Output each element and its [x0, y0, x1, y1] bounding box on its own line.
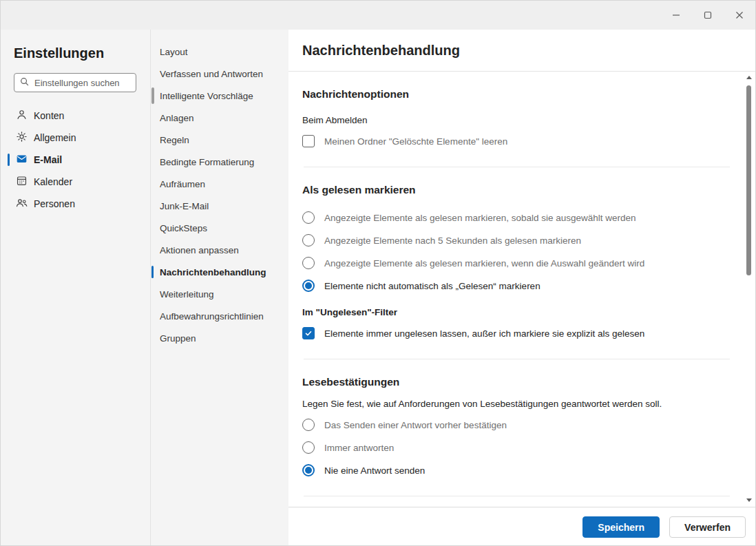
section-divider — [304, 496, 730, 496]
maximize-icon — [704, 11, 712, 19]
subnav-item-aufbewahrungsrichtlinien[interactable]: Aufbewahrungsrichtlinien — [151, 305, 288, 327]
people-icon — [16, 197, 28, 211]
radio-confirm-before-send[interactable] — [302, 419, 315, 431]
subnav-item-label: Weiterleitung — [160, 289, 214, 300]
row-keep-unread[interactable]: Elemente immer ungelesen lassen, außer i… — [302, 326, 731, 340]
scroll-track[interactable] — [746, 82, 751, 495]
settings-window: Einstellungen Konten Allgemein E-Mail — [0, 0, 756, 546]
radio-label: Angezeigte Elemente als gelesen markiere… — [324, 213, 636, 223]
subnav-item-nachrichtenbehandlung[interactable]: Nachrichtenbehandlung — [151, 261, 288, 283]
minimize-button[interactable] — [660, 1, 692, 30]
radio-mark-read-after-5s[interactable] — [302, 234, 315, 246]
subnav-item-label: QuickSteps — [160, 223, 207, 233]
radio-mark-read-on-selection-change[interactable] — [302, 257, 315, 269]
search-input[interactable] — [33, 77, 130, 89]
section-heading: Lesebestätigungen — [302, 376, 731, 388]
row-never-send-response[interactable]: Nie eine Antwort senden — [302, 463, 731, 477]
checkbox-label: Meinen Ordner "Gelöschte Elemente" leere… — [324, 136, 507, 147]
radio-label: Das Senden einer Antwort vorher bestätig… — [324, 420, 507, 430]
scroll-thumb[interactable] — [746, 85, 751, 275]
section-description: Legen Sie fest, wie auf Anforderungen vo… — [302, 399, 731, 409]
subnav-item-layout[interactable]: Layout — [151, 41, 288, 63]
sidebar-item-label: Personen — [34, 198, 75, 209]
main-panel: Nachrichtenbehandlung Nachrichtenoptione… — [288, 30, 755, 546]
subnav-item-label: Regeln — [160, 135, 189, 145]
app-body: Einstellungen Konten Allgemein E-Mail — [1, 30, 755, 546]
subnav-item-junk-email[interactable]: Junk-E-Mail — [151, 195, 288, 217]
radio-label: Elemente nicht automatisch als „Gelesen“… — [324, 281, 540, 291]
subnav-item-verfassen[interactable]: Verfassen und Antworten — [151, 63, 288, 85]
subnav-item-label: Aufräumen — [160, 179, 205, 189]
settings-title: Einstellungen — [14, 45, 150, 61]
radio-never-auto-mark-read[interactable] — [302, 280, 315, 292]
subnav-item-label: Aufbewahrungsrichtlinien — [160, 311, 264, 322]
row-empty-deleted-folder[interactable]: Meinen Ordner "Gelöschte Elemente" leere… — [302, 134, 731, 148]
subnav-item-gruppen[interactable]: Gruppen — [151, 327, 288, 349]
sidebar-item-konten[interactable]: Konten — [1, 105, 150, 127]
sidebar-item-allgemein[interactable]: Allgemein — [1, 127, 150, 149]
save-button[interactable]: Speichern — [582, 516, 660, 538]
subnav-item-aktionen-anpassen[interactable]: Aktionen anpassen — [151, 239, 288, 261]
section-als-gelesen-markieren: Als gelesen markieren Angezeigte Element… — [302, 184, 731, 340]
subnav-item-anlagen[interactable]: Anlagen — [151, 107, 288, 129]
subnav-item-intelligente-vorschlaege[interactable]: Intelligente Vorschläge — [151, 85, 288, 107]
titlebar — [1, 1, 755, 30]
triangle-down-icon — [746, 498, 752, 502]
subnav-item-weiterleitung[interactable]: Weiterleitung — [151, 283, 288, 305]
footer-action-bar: Speichern Verwerfen — [288, 507, 755, 546]
subnav-item-label: Aktionen anpassen — [160, 245, 239, 255]
row-always-respond[interactable]: Immer antworten — [302, 441, 731, 454]
row-mark-read-after-5s[interactable]: Angezeigte Elemente nach 5 Sekunden als … — [302, 233, 731, 247]
subnav-item-bedingte-formatierung[interactable]: Bedingte Formatierung — [151, 151, 288, 173]
radio-label: Immer antworten — [324, 443, 394, 453]
section-divider — [304, 359, 730, 359]
radio-label: Angezeigte Elemente nach 5 Sekunden als … — [324, 235, 581, 246]
subnav-item-label: Verfassen und Antworten — [160, 69, 263, 79]
settings-sidebar: Einstellungen Konten Allgemein E-Mail — [1, 30, 151, 546]
subnav-item-label: Layout — [160, 47, 188, 57]
checkbox-keep-unread[interactable] — [302, 327, 315, 339]
sidebar-item-label: Allgemein — [34, 132, 76, 143]
row-mark-read-on-selection-change[interactable]: Angezeigte Elemente als gelesen markiere… — [302, 256, 731, 270]
email-subnav: Layout Verfassen und Antworten Intellige… — [151, 30, 288, 546]
radio-label: Angezeigte Elemente als gelesen markiere… — [324, 258, 644, 269]
sidebar-item-personen[interactable]: Personen — [1, 193, 150, 215]
close-icon — [735, 11, 744, 19]
subnav-item-label: Gruppen — [160, 333, 196, 344]
close-button[interactable] — [724, 1, 755, 30]
checkbox-empty-deleted-folder[interactable] — [302, 135, 315, 147]
section-lesebestaetigungen: Lesebestätigungen Legen Sie fest, wie au… — [302, 376, 731, 477]
row-mark-read-on-select[interactable]: Angezeigte Elemente als gelesen markiere… — [302, 211, 731, 224]
subnav-item-aufraeumen[interactable]: Aufräumen — [151, 173, 288, 195]
row-never-auto-mark-read[interactable]: Elemente nicht automatisch als „Gelesen“… — [302, 279, 731, 293]
calendar-icon — [16, 175, 28, 189]
search-icon — [20, 76, 29, 89]
group-label-beim-abmelden: Beim Abmelden — [302, 115, 731, 125]
subnav-item-quicksteps[interactable]: QuickSteps — [151, 217, 288, 239]
sidebar-nav: Konten Allgemein E-Mail Kalender Persone… — [1, 105, 150, 215]
triangle-up-icon — [746, 76, 752, 79]
sidebar-item-label: E-Mail — [34, 154, 62, 165]
maximize-button[interactable] — [692, 1, 724, 30]
radio-always-respond[interactable] — [302, 441, 315, 454]
page-title: Nachrichtenbehandlung — [302, 43, 460, 59]
search-box[interactable] — [14, 73, 136, 92]
sidebar-item-email[interactable]: E-Mail — [1, 149, 150, 171]
main-content: Nachrichtenoptionen Beim Abmelden Meinen… — [288, 72, 755, 507]
mail-icon — [16, 153, 28, 167]
row-confirm-before-send[interactable]: Das Senden einer Antwort vorher bestätig… — [302, 418, 731, 432]
subnav-item-label: Junk-E-Mail — [160, 201, 209, 211]
scroll-up-button[interactable] — [744, 72, 754, 82]
sidebar-item-label: Konten — [34, 110, 64, 121]
subnav-item-regeln[interactable]: Regeln — [151, 129, 288, 151]
scroll-down-button[interactable] — [744, 495, 754, 505]
subnav-item-label: Intelligente Vorschläge — [160, 91, 253, 101]
radio-mark-read-on-select[interactable] — [302, 211, 315, 224]
minimize-icon — [672, 11, 680, 19]
subnav-item-label: Bedingte Formatierung — [160, 157, 254, 167]
subnav-item-label: Anlagen — [160, 113, 194, 123]
subnav-item-label: Nachrichtenbehandlung — [160, 267, 266, 277]
sidebar-item-kalender[interactable]: Kalender — [1, 171, 150, 193]
discard-button[interactable]: Verwerfen — [669, 516, 746, 538]
radio-never-send-response[interactable] — [302, 464, 315, 476]
